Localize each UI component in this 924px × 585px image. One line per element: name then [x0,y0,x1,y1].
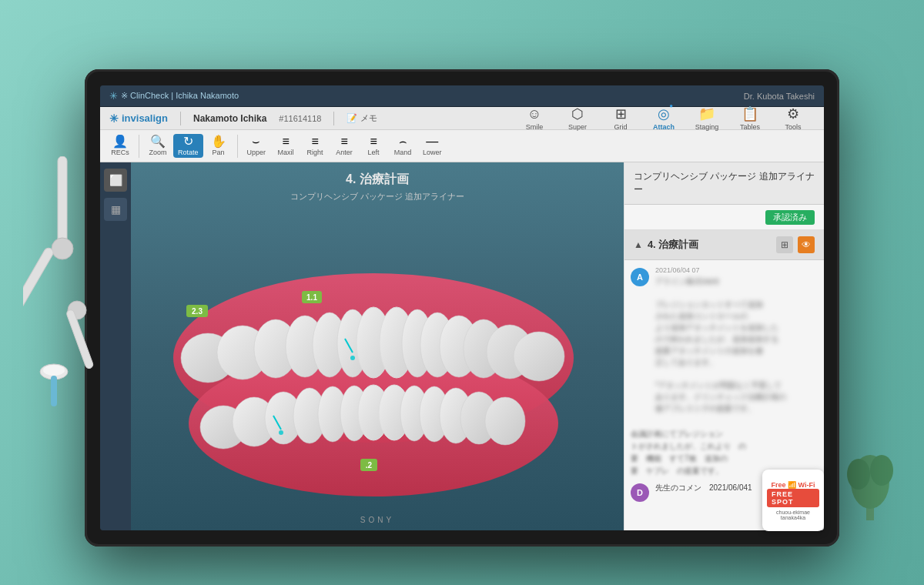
recs-tool[interactable]: 👤 RECs [106,134,134,158]
clincheck-star-icon: ✳ [109,90,118,102]
viewport-3d[interactable]: 4. 治療計画 コンプリヘンシブ パッケージ 追加アライナー [131,162,624,530]
svg-text:2.3: 2.3 [192,307,203,316]
teeth-container: 2.3 1.1 .2 [131,209,624,530]
super-icon: ⬡ [571,105,584,122]
smile-tool[interactable]: ☺ Smile [519,106,550,131]
staging-icon: 📁 [698,105,715,122]
screen: ✳ ※ ClinCheck | Ichika Nakamoto Dr. Kubo… [100,85,824,530]
wifi-badge: Free 📶 Wi-Fi FREE SPOT chuou-ekimae tana… [762,470,824,531]
svg-rect-0 [58,156,67,249]
tools-icon: ⚙ [787,105,799,122]
svg-point-44 [279,430,283,435]
viewport-subtitle: コンプリヘンシブ パッケージ 追加アライナー [131,191,624,202]
main-content: ⬜ ▦ 4. 治療計画 コンプリヘンシブ パッケージ 追加アライナー [100,162,824,530]
zoom-label: Zoom [149,149,166,156]
comment-body-a: 2021/06/04 07 アライン株式ment プレジションカットすべて追加 … [655,266,818,414]
lower-tool[interactable]: — Lower [418,134,447,158]
upper-icon: ⌣ [252,135,260,148]
sidebar-section-header: ▲ 4. 治療計画 ⊞ 👁 [624,230,824,260]
sidebar-header: コンプリヘンシブ パッケージ 追加アライナー [624,162,824,205]
mand-tool[interactable]: ⌢ Mand [389,134,417,158]
clincheck-logo: ✳ ※ ClinCheck | Ichika Nakamoto [109,90,239,102]
tables-icon: 📋 [742,105,758,122]
main-toolbar: ✳ invisalign Nakamoto Ichika #11614118 📝… [100,107,824,162]
wifi-text: Wi-Fi [798,481,815,489]
view-icon-1: ⬜ [109,174,122,186]
wifi-symbol: 📶 [788,481,798,489]
grid-tool[interactable]: ⊞ Grid [605,105,636,131]
svg-point-42 [350,356,355,360]
comment-text-a: アライン株式ment プレジションカットすべて追加 された追加コントロールの よ… [655,276,818,414]
brand-star-icon: ✳ [109,112,119,125]
zoom-tool[interactable]: 🔍 Zoom [144,134,172,158]
comment-avatar-d: D [631,483,649,502]
anter-icon: ≡ [340,135,347,148]
toolbar-divider-1 [180,112,181,125]
pan-label: Pan [213,149,225,156]
free-text: Free [772,481,786,489]
grid-view-btn[interactable]: ⊞ [776,236,793,253]
maxil-tool[interactable]: ≡ Maxil [272,134,300,158]
clincheck-title: ※ ClinCheck | Ichika Nakamoto [121,91,239,101]
svg-point-1 [52,238,73,259]
rotate-tool[interactable]: ↻ Rotate [173,134,203,158]
right-label: Right [307,149,323,156]
staging-tool[interactable]: 📁 Staging [691,105,722,131]
svg-rect-7 [51,376,57,406]
left-direction-icon: ≡ [370,135,377,148]
right-direction-icon: ≡ [311,135,318,148]
comment-date-a: 2021/06/04 07 [655,266,818,274]
right-tool[interactable]: ≡ Right [301,134,329,158]
svg-point-11 [870,455,893,486]
comment-avatar-a: A [631,268,649,286]
teeth-3d-model: 2.3 1.1 .2 [154,239,601,500]
svg-point-27 [514,332,564,381]
wifi-password: tanaka4ka [781,515,805,520]
upper-tool[interactable]: ⌣ Upper [243,134,271,158]
smile-label: Smile [526,123,544,131]
wifi-ssid: chuou-ekimae [776,510,810,515]
right-tools-group: ☺ Smile ⬡ Super ⊞ Grid ◎ [519,105,815,131]
pan-tool[interactable]: ✋ Pan [205,134,233,158]
wifi-info: chuou-ekimae tanaka4ka [776,510,810,520]
eye-view-btn[interactable]: 👁 [798,236,815,253]
tools-tool[interactable]: ⚙ Tools [778,105,808,131]
viewport-title: 4. 治療計画 [131,162,624,191]
monitor: ✳ ※ ClinCheck | Ichika Nakamoto Dr. Kubo… [85,69,839,547]
tables-tool[interactable]: 📋 Tables [735,105,765,131]
view-btn-2[interactable]: ▦ [104,198,127,221]
clincheck-topbar: ✳ ※ ClinCheck | Ichika Nakamoto Dr. Kubo… [100,85,824,107]
lower-icon: — [426,135,438,148]
anter-label: Anter [336,149,353,156]
attach-tool[interactable]: ◎ Attach [648,105,679,131]
sony-brand: SONY [360,516,394,524]
recs-label: RECs [111,149,129,156]
memo-button[interactable]: 📝 メモ [346,112,377,124]
left-tool[interactable]: ≡ Left [360,134,387,158]
brand-logo: ✳ invisalign [109,112,168,125]
section-title: 4. 治療計画 [648,238,772,252]
mand-label: Mand [394,149,412,156]
grid-icon: ⊞ [615,105,627,122]
nav-tools: 👤 RECs 🔍 Zoom ↻ Rotate ✋ Pan [100,130,824,162]
rotate-label: Rotate [178,149,199,156]
wifi-freespot-label: FREE SPOT [767,489,819,507]
toolbar-divider-2 [333,112,334,125]
memo-icon: 📝 [346,113,357,123]
anter-tool[interactable]: ≡ Anter [330,134,358,158]
svg-rect-2 [23,246,55,318]
view-btn-1[interactable]: ⬜ [104,169,127,192]
lower-label: Lower [423,149,442,156]
svg-text:1.1: 1.1 [306,293,317,302]
tool-sep-2 [237,135,238,158]
patient-name: Nakamoto Ichika [193,113,266,124]
toolbar-top: ✳ invisalign Nakamoto Ichika #11614118 📝… [100,107,824,130]
upper-label: Upper [247,149,266,156]
wifi-free-label: Free 📶 Wi-Fi [772,481,815,489]
super-tool[interactable]: ⬡ Super [562,105,593,131]
section-expand-icon[interactable]: ▲ [634,239,643,250]
section-icon-group: ⊞ 👁 [776,236,815,253]
doctor-name: Dr. Kubota Takeshi [744,92,815,101]
rotate-icon: ↻ [183,135,193,148]
zoom-icon: 🔍 [150,135,166,148]
